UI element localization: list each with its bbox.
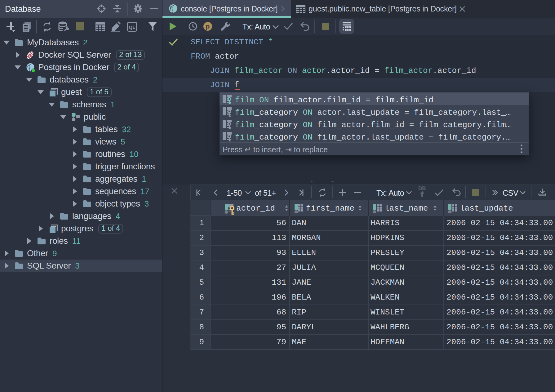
svg-text:QL: QL xyxy=(129,24,135,30)
